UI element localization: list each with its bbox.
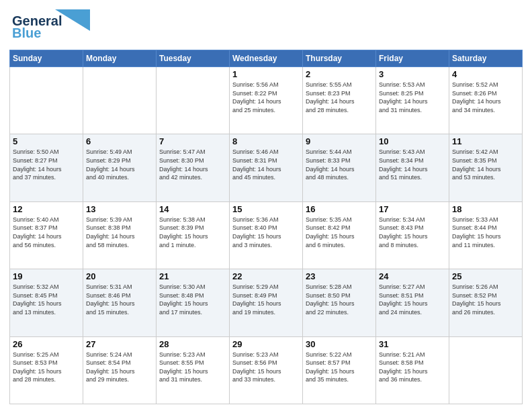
day-info: Sunrise: 5:42 AMSunset: 8:35 PMDaylight:… [452,148,519,181]
calendar-cell: 25Sunrise: 5:26 AMSunset: 8:52 PMDayligh… [449,269,523,336]
calendar-cell: 10Sunrise: 5:43 AMSunset: 8:34 PMDayligh… [376,134,449,201]
day-number: 15 [232,204,300,214]
calendar-cell: 31Sunrise: 5:21 AMSunset: 8:58 PMDayligh… [376,336,449,404]
svg-text:Blue: Blue [12,26,41,40]
day-number: 14 [159,204,226,214]
calendar-cell: 5Sunrise: 5:50 AMSunset: 8:27 PMDaylight… [10,134,83,201]
calendar-cell: 7Sunrise: 5:47 AMSunset: 8:30 PMDaylight… [157,134,230,201]
day-number: 6 [86,136,153,146]
calendar-cell: 26Sunrise: 5:25 AMSunset: 8:53 PMDayligh… [10,336,83,404]
calendar-cell: 1Sunrise: 5:56 AMSunset: 8:22 PMDaylight… [230,67,303,134]
calendar-cell: 20Sunrise: 5:31 AMSunset: 8:46 PMDayligh… [83,269,157,336]
calendar-cell: 11Sunrise: 5:42 AMSunset: 8:35 PMDayligh… [449,134,523,201]
day-info: Sunrise: 5:23 AMSunset: 8:55 PMDaylight:… [159,351,226,384]
day-number: 24 [379,271,446,281]
day-info: Sunrise: 5:53 AMSunset: 8:25 PMDaylight:… [379,81,446,114]
calendar-cell: 13Sunrise: 5:39 AMSunset: 8:38 PMDayligh… [83,201,157,269]
day-info: Sunrise: 5:55 AMSunset: 8:23 PMDaylight:… [306,81,373,114]
weekday-header-thursday: Thursday [303,50,376,67]
day-number: 3 [379,69,446,79]
day-number: 25 [452,271,519,281]
calendar-cell: 4Sunrise: 5:52 AMSunset: 8:26 PMDaylight… [449,67,523,134]
calendar-cell: 22Sunrise: 5:29 AMSunset: 8:49 PMDayligh… [230,269,303,336]
day-info: Sunrise: 5:44 AMSunset: 8:33 PMDaylight:… [306,148,373,181]
day-number: 1 [232,69,300,79]
day-number: 10 [379,136,446,146]
day-info: Sunrise: 5:49 AMSunset: 8:29 PMDaylight:… [86,148,153,181]
day-info: Sunrise: 5:46 AMSunset: 8:31 PMDaylight:… [232,148,300,181]
header: General Blue [9,7,523,44]
weekday-header-sunday: Sunday [10,50,83,67]
day-number: 13 [86,204,153,214]
calendar-cell: 23Sunrise: 5:28 AMSunset: 8:50 PMDayligh… [303,269,376,336]
day-number: 12 [13,204,80,214]
day-number: 18 [452,204,519,214]
calendar-week-1: 1Sunrise: 5:56 AMSunset: 8:22 PMDaylight… [10,67,523,134]
day-info: Sunrise: 5:35 AMSunset: 8:42 PMDaylight:… [306,216,373,249]
day-info: Sunrise: 5:38 AMSunset: 8:39 PMDaylight:… [159,216,226,249]
day-info: Sunrise: 5:22 AMSunset: 8:57 PMDaylight:… [306,351,373,384]
calendar-week-5: 26Sunrise: 5:25 AMSunset: 8:53 PMDayligh… [10,336,523,404]
logo-svg: General Blue [9,7,90,42]
calendar-cell [157,67,230,134]
weekday-header-row: SundayMondayTuesdayWednesdayThursdayFrid… [10,50,523,67]
day-number: 16 [306,204,373,214]
calendar-week-4: 19Sunrise: 5:32 AMSunset: 8:45 PMDayligh… [10,269,523,336]
weekday-header-friday: Friday [376,50,449,67]
day-info: Sunrise: 5:30 AMSunset: 8:48 PMDaylight:… [159,283,226,316]
calendar-cell: 14Sunrise: 5:38 AMSunset: 8:39 PMDayligh… [157,201,230,269]
calendar-cell: 16Sunrise: 5:35 AMSunset: 8:42 PMDayligh… [303,201,376,269]
day-number: 5 [13,136,80,146]
calendar-cell: 18Sunrise: 5:33 AMSunset: 8:44 PMDayligh… [449,201,523,269]
weekday-header-saturday: Saturday [449,50,523,67]
day-number: 4 [452,69,519,79]
day-info: Sunrise: 5:21 AMSunset: 8:58 PMDaylight:… [379,351,446,384]
calendar-cell: 27Sunrise: 5:24 AMSunset: 8:54 PMDayligh… [83,336,157,404]
day-number: 28 [159,339,226,349]
calendar-cell: 17Sunrise: 5:34 AMSunset: 8:43 PMDayligh… [376,201,449,269]
calendar-cell: 15Sunrise: 5:36 AMSunset: 8:40 PMDayligh… [230,201,303,269]
day-info: Sunrise: 5:36 AMSunset: 8:40 PMDaylight:… [232,216,300,249]
day-info: Sunrise: 5:47 AMSunset: 8:30 PMDaylight:… [159,148,226,181]
day-info: Sunrise: 5:29 AMSunset: 8:49 PMDaylight:… [232,283,300,316]
day-number: 19 [13,271,80,281]
calendar-cell: 29Sunrise: 5:23 AMSunset: 8:56 PMDayligh… [230,336,303,404]
calendar-cell [83,67,157,134]
calendar-cell: 19Sunrise: 5:32 AMSunset: 8:45 PMDayligh… [10,269,83,336]
day-info: Sunrise: 5:52 AMSunset: 8:26 PMDaylight:… [452,81,519,114]
day-info: Sunrise: 5:24 AMSunset: 8:54 PMDaylight:… [86,351,153,384]
calendar-cell: 2Sunrise: 5:55 AMSunset: 8:23 PMDaylight… [303,67,376,134]
day-number: 17 [379,204,446,214]
weekday-header-tuesday: Tuesday [157,50,230,67]
day-info: Sunrise: 5:28 AMSunset: 8:50 PMDaylight:… [306,283,373,316]
day-number: 23 [306,271,373,281]
day-info: Sunrise: 5:40 AMSunset: 8:37 PMDaylight:… [13,216,80,249]
day-info: Sunrise: 5:39 AMSunset: 8:38 PMDaylight:… [86,216,153,249]
calendar-cell: 3Sunrise: 5:53 AMSunset: 8:25 PMDaylight… [376,67,449,134]
day-number: 9 [306,136,373,146]
day-info: Sunrise: 5:43 AMSunset: 8:34 PMDaylight:… [379,148,446,181]
calendar-week-3: 12Sunrise: 5:40 AMSunset: 8:37 PMDayligh… [10,201,523,269]
calendar-cell: 9Sunrise: 5:44 AMSunset: 8:33 PMDaylight… [303,134,376,201]
calendar-cell [10,67,83,134]
calendar-week-2: 5Sunrise: 5:50 AMSunset: 8:27 PMDaylight… [10,134,523,201]
day-number: 22 [232,271,300,281]
day-info: Sunrise: 5:26 AMSunset: 8:52 PMDaylight:… [452,283,519,316]
calendar-cell [449,336,523,404]
day-number: 21 [159,271,226,281]
day-number: 31 [379,339,446,349]
day-number: 2 [306,69,373,79]
day-number: 27 [86,339,153,349]
calendar-cell: 12Sunrise: 5:40 AMSunset: 8:37 PMDayligh… [10,201,83,269]
day-info: Sunrise: 5:33 AMSunset: 8:44 PMDaylight:… [452,216,519,249]
day-info: Sunrise: 5:31 AMSunset: 8:46 PMDaylight:… [86,283,153,316]
weekday-header-monday: Monday [83,50,157,67]
day-number: 11 [452,136,519,146]
day-number: 8 [232,136,300,146]
weekday-header-wednesday: Wednesday [230,50,303,67]
day-info: Sunrise: 5:25 AMSunset: 8:53 PMDaylight:… [13,351,80,384]
day-number: 30 [306,339,373,349]
calendar-cell: 8Sunrise: 5:46 AMSunset: 8:31 PMDaylight… [230,134,303,201]
day-info: Sunrise: 5:34 AMSunset: 8:43 PMDaylight:… [379,216,446,249]
calendar-table: SundayMondayTuesdayWednesdayThursdayFrid… [9,50,523,404]
